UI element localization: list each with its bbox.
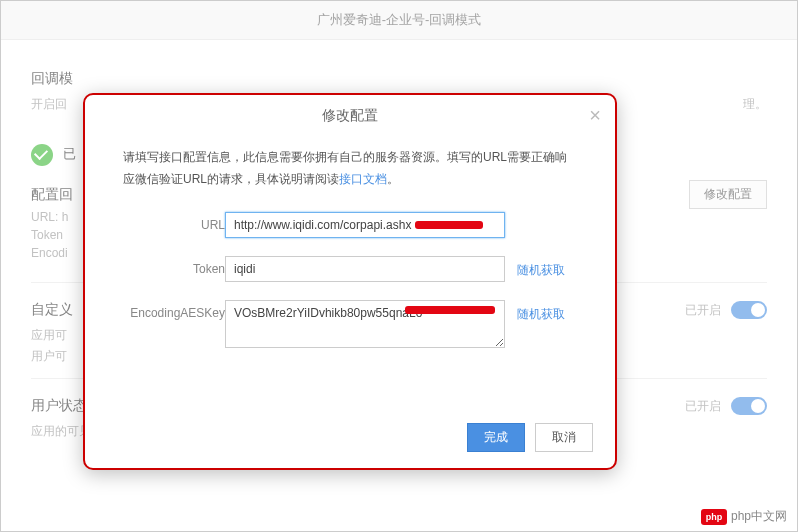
modal-body: 请填写接口配置信息，此信息需要你拥有自己的服务器资源。填写的URL需要正确响应微…	[85, 137, 615, 351]
close-icon[interactable]: ×	[589, 105, 601, 125]
cancel-button[interactable]: 取消	[535, 423, 593, 452]
row-url: URL	[123, 212, 577, 238]
token-random-link[interactable]: 随机获取	[517, 256, 565, 279]
watermark-text: php中文网	[731, 508, 787, 525]
redaction-mark	[405, 306, 495, 314]
ok-button[interactable]: 完成	[467, 423, 525, 452]
modal-edit-config: 修改配置 × 请填写接口配置信息，此信息需要你拥有自己的服务器资源。填写的URL…	[83, 93, 617, 470]
row-token: Token 随机获取	[123, 256, 577, 282]
modal-title: 修改配置	[322, 107, 378, 123]
modal-footer: 完成 取消	[467, 423, 593, 452]
aeskey-random-link[interactable]: 随机获取	[517, 300, 565, 323]
label-aeskey: EncodingAESKey	[123, 300, 225, 320]
doc-link[interactable]: 接口文档	[339, 172, 387, 186]
modal-tip: 请填写接口配置信息，此信息需要你拥有自己的服务器资源。填写的URL需要正确响应微…	[123, 147, 577, 190]
label-token: Token	[123, 256, 225, 276]
modal-header: 修改配置 ×	[85, 95, 615, 137]
watermark: php php中文网	[701, 508, 787, 525]
redaction-mark	[415, 221, 483, 229]
label-url: URL	[123, 212, 225, 232]
watermark-logo: php	[701, 509, 727, 525]
token-input[interactable]	[225, 256, 505, 282]
row-aeskey: EncodingAESKey 随机获取	[123, 300, 577, 351]
